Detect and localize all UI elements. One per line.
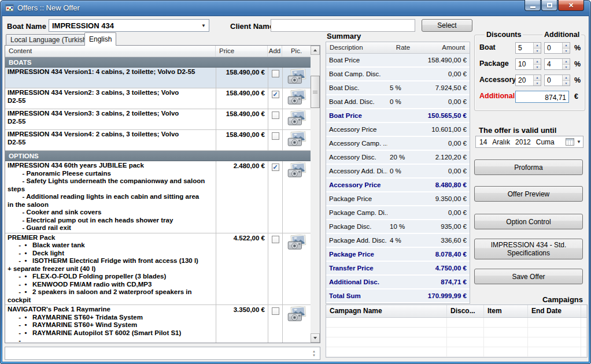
campaigns-col-name[interactable]: Campagn Name <box>326 305 447 317</box>
table-row[interactable]: IMPRESSION 434 60th years JUBILEE pack -… <box>5 161 311 233</box>
summary-row: Boat Add. Disc.0 %0,00 € <box>326 95 470 108</box>
spin-down-icon[interactable]: ▼ <box>312 354 316 358</box>
camera-icon[interactable] <box>287 88 307 108</box>
scroll-up-button[interactable] <box>311 46 320 55</box>
spin-up-icon[interactable]: ▲ <box>563 43 570 48</box>
summary-row: Boat Price150.565,50 € <box>326 109 470 122</box>
discount-value[interactable]: 20 <box>516 75 533 86</box>
column-header-content[interactable]: Content <box>5 46 216 57</box>
select-client-button[interactable]: Select <box>422 19 472 32</box>
tab-english[interactable]: English <box>84 32 116 46</box>
additional-value[interactable]: 4 <box>545 59 562 69</box>
campaigns-col-enddate[interactable]: End Date <box>528 305 581 317</box>
table-row[interactable]: IMPRESSION 434 Version1: 4 cabins, 2 toi… <box>5 68 311 88</box>
discount-spinner[interactable]: 10▲▼ <box>515 58 541 70</box>
summary-col-amount[interactable]: Amount <box>418 42 470 53</box>
content-scrollbar[interactable] <box>311 46 320 343</box>
additional-value[interactable]: 0 <box>545 75 562 86</box>
spin-up-icon[interactable]: ▲ <box>534 59 541 64</box>
percent-label: % <box>574 60 581 68</box>
discount-value[interactable]: 10 <box>516 59 533 69</box>
add-checkbox[interactable] <box>272 112 279 119</box>
column-header-price[interactable]: Price <box>216 46 268 57</box>
summary-rate <box>387 68 418 80</box>
column-header-add[interactable]: Add <box>268 46 282 57</box>
table-row[interactable]: NAVIGATOR's Pack 1 Raymarine - • RAYMARI… <box>5 305 311 343</box>
spin-down-icon[interactable]: ▼ <box>563 64 570 70</box>
campaigns-col-discount[interactable]: Disco... <box>447 305 484 317</box>
campaigns-col-item[interactable]: Item <box>484 305 528 317</box>
additional-value[interactable]: 0 <box>545 43 562 53</box>
std-specifications-button[interactable]: IMPRESSION 434 - Std. Specifications <box>474 239 583 259</box>
additional-spinner[interactable]: 0▲▼ <box>544 42 570 54</box>
spin-up-icon[interactable]: ▲ <box>563 59 570 64</box>
add-checkbox[interactable] <box>272 132 279 140</box>
spin-down-icon[interactable]: ▼ <box>563 80 570 86</box>
item-text-line: - • 2 speakers in saloon and 2 waterproo… <box>8 288 215 296</box>
add-checkbox[interactable] <box>272 307 279 315</box>
camera-icon[interactable] <box>287 68 307 87</box>
item-text-line: - Electrical pump out in each heads show… <box>8 217 215 225</box>
camera-icon[interactable] <box>287 130 307 150</box>
offer-preview-button[interactable]: Offer Preview <box>474 186 583 202</box>
note-spinner[interactable]: ▲ ▼ <box>310 348 318 359</box>
tab-local-language[interactable]: Local Language (Turkish) <box>6 34 94 45</box>
spin-up-icon[interactable]: ▲ <box>563 75 570 80</box>
scroll-down-button[interactable] <box>311 333 320 343</box>
column-header-pic[interactable]: Pic. <box>282 46 311 57</box>
camera-icon[interactable] <box>287 233 307 253</box>
camera-icon[interactable] <box>287 161 307 181</box>
item-pic-cell <box>282 161 311 233</box>
item-text-line: IMPRESSION 434 Version3: 3 cabins, 2 toi… <box>8 110 215 118</box>
camera-icon[interactable] <box>287 305 307 325</box>
spin-up-icon[interactable]: ▲ <box>534 43 541 48</box>
minimize-button[interactable] <box>524 0 541 11</box>
summary-col-description[interactable]: Description <box>326 42 387 53</box>
close-button[interactable]: ✕ <box>558 0 584 11</box>
title-bar[interactable]: Offers :: New Offer ✕ <box>0 0 591 16</box>
item-text-line: - Panoramic Pleese curtains <box>8 170 215 178</box>
summary-rows: Boat Price158.490,00 €Boat Camp. Disc.0,… <box>326 54 470 302</box>
boat-name-combo[interactable]: IMPRESSION 434 ▼ <box>49 19 209 32</box>
table-row[interactable]: PREMIER Pack - • Black water tank - • De… <box>5 233 311 306</box>
valid-until-datepicker[interactable]: 14 Aralık 2012 Cuma ▼ <box>475 136 583 148</box>
calendar-icon[interactable] <box>566 138 574 146</box>
add-checkbox[interactable] <box>272 70 279 77</box>
section-header-row: OPTIONS <box>5 151 311 161</box>
summary-amount: 336,60 € <box>418 234 470 247</box>
item-add-cell: ✓ <box>268 88 282 109</box>
discount-value[interactable]: 5 <box>516 43 533 53</box>
add-checkbox[interactable] <box>272 236 279 243</box>
spin-up-icon[interactable]: ▲ <box>312 350 316 354</box>
client-name-input[interactable] <box>271 19 415 32</box>
spin-down-icon[interactable]: ▼ <box>563 48 570 54</box>
maximize-button[interactable] <box>541 0 557 11</box>
chevron-down-icon[interactable]: ▼ <box>198 23 209 28</box>
summary-row: Transfer Price4.750,00 € <box>326 262 470 274</box>
discount-spinner[interactable]: 5▲▼ <box>515 42 541 54</box>
chevron-down-icon[interactable]: ▼ <box>577 139 581 144</box>
option-control-button[interactable]: Option Control <box>474 214 583 229</box>
spin-down-icon[interactable]: ▼ <box>534 64 541 70</box>
add-checkbox[interactable]: ✓ <box>272 91 279 98</box>
summary-amount: 170.999,99 € <box>418 289 470 302</box>
add-checkbox[interactable]: ✓ <box>272 164 279 171</box>
spin-down-icon[interactable]: ▼ <box>534 48 541 54</box>
proforma-button[interactable]: Proforma <box>474 159 583 175</box>
additional-spinner[interactable]: 4▲▼ <box>544 58 570 70</box>
additional-spinner[interactable]: 0▲▼ <box>544 75 570 86</box>
scrollbar-thumb[interactable] <box>311 76 320 108</box>
camera-icon[interactable] <box>287 109 307 129</box>
summary-description: Package Price <box>326 248 387 261</box>
summary-col-rate[interactable]: Rate <box>387 42 418 53</box>
table-row[interactable]: IMPRESSION 434 Version4: 2 cabins, 3 toi… <box>5 130 311 151</box>
table-row[interactable]: IMPRESSION 434 Version2: 3 cabins, 3 toi… <box>5 88 311 109</box>
summary-row: Accessory Price10.601,00 € <box>326 123 470 136</box>
note-input[interactable]: ▲ ▼ <box>5 347 320 360</box>
discount-spinner[interactable]: 20▲▼ <box>515 75 541 86</box>
save-offer-button[interactable]: Save Offer <box>474 269 583 284</box>
spin-up-icon[interactable]: ▲ <box>534 75 541 80</box>
additional-discount-input[interactable] <box>515 91 569 103</box>
spin-down-icon[interactable]: ▼ <box>534 80 541 86</box>
table-row[interactable]: IMPRESSION 434 Version3: 3 cabins, 2 toi… <box>5 109 311 130</box>
